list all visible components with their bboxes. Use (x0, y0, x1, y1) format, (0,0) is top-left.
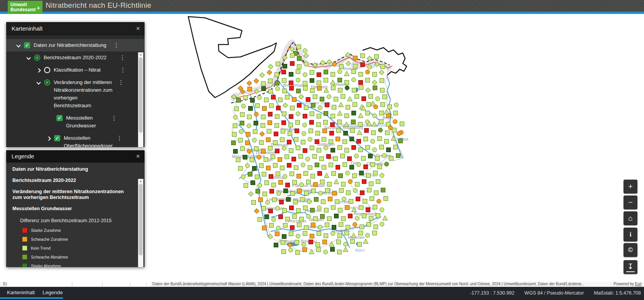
kebab-menu-icon[interactable]: ⋮ (116, 134, 123, 142)
scalebar-widget (7, 281, 151, 287)
radio-unselected-icon[interactable] (44, 67, 50, 73)
zoom-out-button[interactable]: − (624, 195, 637, 209)
chevron-down-icon[interactable] (36, 80, 41, 84)
legend-item-starke-zunahme: Starke Zunahme (22, 228, 135, 233)
chevron-down-icon[interactable] (16, 43, 20, 47)
orange-swatch (22, 237, 27, 242)
tree-item-berichtszeitraum[interactable]: Berichtszeitraum 2020-2022 ⋮ (6, 51, 145, 64)
checkbox-checked-icon[interactable]: ✓ (56, 115, 63, 121)
scroll-thumb[interactable] (139, 184, 143, 255)
footer-bar: Karteninhalt Legende -177.153 : 7.530.99… (0, 287, 644, 300)
scale-label: Maßstab: 1:5.476.708 (594, 290, 641, 296)
umweltbundesamt-logo[interactable]: Umwelt ✛ Bundesamt (8, 1, 43, 14)
legend-item-label: Schwache Zunahme (31, 237, 68, 242)
radio-selected-icon[interactable] (34, 55, 40, 61)
karteninhalt-panel: Karteninhalt × ✓ Daten zur Nitratbericht… (6, 22, 145, 147)
layer-tree: ✓ Daten zur Nitratberichterstattung ⋮ Be… (6, 35, 145, 147)
kebab-menu-icon[interactable]: ⋮ (120, 66, 126, 74)
close-icon[interactable]: × (136, 153, 140, 159)
zoom-in-button[interactable]: + (624, 180, 637, 194)
layer-label: Messstellen Grundwasser (66, 114, 109, 130)
accent-bar (0, 12, 644, 14)
svg-text:Alpen: Alpen (354, 248, 365, 252)
lightgreen-swatch (22, 246, 27, 250)
chevron-down-icon[interactable] (26, 55, 31, 60)
legend-item-schwache-abnahme: Schwache Abnahme (22, 255, 135, 259)
legend-heading: Messstellen Grundwasser (12, 206, 135, 212)
layer-label: Berichtszeitraum 2020-2022 (44, 54, 117, 62)
layer-label: Veränderung der mittleren Nitratkonzentr… (54, 79, 116, 110)
app-window: Lüneburger HeideMecklenburgische Seenpla… (0, 0, 644, 300)
home-icon: ⌂ (628, 214, 632, 223)
legend-item-label: Starke Abnahme (31, 264, 61, 267)
copyright-icon: © (628, 246, 633, 254)
tree-item-daten[interactable]: ✓ Daten zur Nitratberichterstattung ⋮ (6, 39, 145, 51)
info-button[interactable]: i (624, 228, 637, 242)
scroll-up-icon[interactable]: ▲ (138, 180, 143, 182)
checkbox-checked-icon[interactable]: ✓ (24, 42, 30, 48)
legende-header: Legende × (6, 150, 145, 163)
scrollbar[interactable]: ▲ ▼ (138, 179, 143, 267)
darkgreen-swatch (22, 264, 27, 267)
logo-line1: Umwelt (10, 2, 27, 7)
tree-item-veraenderung[interactable]: Veränderung der mittleren Nitratkonzentr… (6, 76, 145, 112)
layer-label: Daten zur Nitratberichterstattung (34, 41, 111, 49)
legend-subheading: Differenz zum Berichtszeitraum 2012-2015 (20, 218, 135, 223)
info-icon: i (630, 231, 632, 238)
legend-item-label: Kein Trend (31, 246, 51, 250)
crs-label[interactable]: WGS 84 / Pseudo-Mercator (525, 290, 584, 296)
midgreen-swatch (22, 255, 27, 259)
page-title: Nitratbericht nach EU-Richtlinie (46, 1, 152, 10)
checkbox-checked-icon[interactable]: ✓ (54, 135, 60, 141)
karteninhalt-header: Karteninhalt × (6, 22, 145, 35)
copyright-button[interactable]: © (624, 243, 637, 257)
layer-label: Messstellen Oberflächengewässer (64, 134, 114, 147)
kebab-menu-icon[interactable]: ⋮ (111, 114, 117, 122)
legende-panel: Legende × Daten zur Nitratberichterstatt… (6, 150, 145, 267)
tab-legende[interactable]: Legende (43, 290, 63, 295)
powered-by: Powered by Esri (611, 282, 642, 286)
kebab-menu-icon[interactable]: ⋮ (113, 41, 119, 49)
download-icon: ↧ (626, 262, 635, 272)
legend-heading: Berichtszeitraum 2020-2022 (12, 178, 135, 183)
chevron-right-icon[interactable] (36, 68, 41, 72)
minus-icon: − (628, 198, 632, 207)
scroll-thumb[interactable] (139, 57, 143, 133)
scrollbar[interactable]: ▲ ▼ (138, 52, 143, 147)
tree-item-oberflaechengewaesser[interactable]: ✓ Messstellen Oberflächengewässer ⋮ (6, 132, 145, 147)
scroll-up-icon[interactable]: ▲ (138, 53, 143, 56)
attribution-bar: Es Daten der Bund/Länderarbeitsgemeinsch… (0, 281, 644, 287)
red-swatch (22, 228, 27, 233)
legende-body: Daten zur Nitratberichterstattung Berich… (6, 163, 145, 267)
legend-item-label: Schwache Abnahme (31, 255, 68, 259)
chevron-right-icon[interactable] (46, 136, 51, 141)
tab-karteninhalt[interactable]: Karteninhalt (7, 290, 35, 295)
legend-heading: Veränderung der mittleren Nitratkonzentr… (12, 189, 132, 201)
esri-link[interactable]: Esri (635, 282, 642, 286)
legende-title: Legende (12, 153, 34, 159)
kebab-menu-icon[interactable]: ⋮ (118, 79, 124, 86)
cursor-coordinates: -177.153 : 7.530.992 (470, 290, 514, 296)
plus-icon: + (628, 182, 632, 191)
logo-line2: Bundesamt (10, 7, 40, 12)
legend-item-kein-trend: Kein Trend (22, 246, 135, 250)
active-tab-underline (0, 297, 63, 299)
close-icon[interactable]: × (136, 25, 140, 32)
legend-item-schwache-zunahme: Schwache Zunahme (22, 237, 135, 242)
svg-text:München: München (348, 235, 365, 240)
layer-label: Klassifikation – Nitrat (54, 66, 118, 74)
legend-item-label: Starke Zunahme (31, 228, 61, 233)
legend-heading: Daten zur Nitratberichterstattung (12, 166, 135, 172)
tree-item-klassifikation[interactable]: Klassifikation – Nitrat ⋮ (6, 64, 145, 76)
legend-item-starke-abnahme: Starke Abnahme (22, 264, 135, 267)
attribution-text: Daten der Bund/Länderarbeitsgemeinschaft… (152, 282, 593, 286)
download-button[interactable]: ↧ (624, 260, 637, 274)
kebab-menu-icon[interactable]: ⋮ (119, 54, 126, 62)
tree-item-grundwasser[interactable]: ✓ Messstellen Grundwasser ⋮ (6, 112, 145, 132)
karteninhalt-title: Karteninhalt (12, 25, 43, 32)
home-button[interactable]: ⌂ (624, 211, 637, 225)
radio-selected-icon[interactable] (44, 79, 50, 86)
